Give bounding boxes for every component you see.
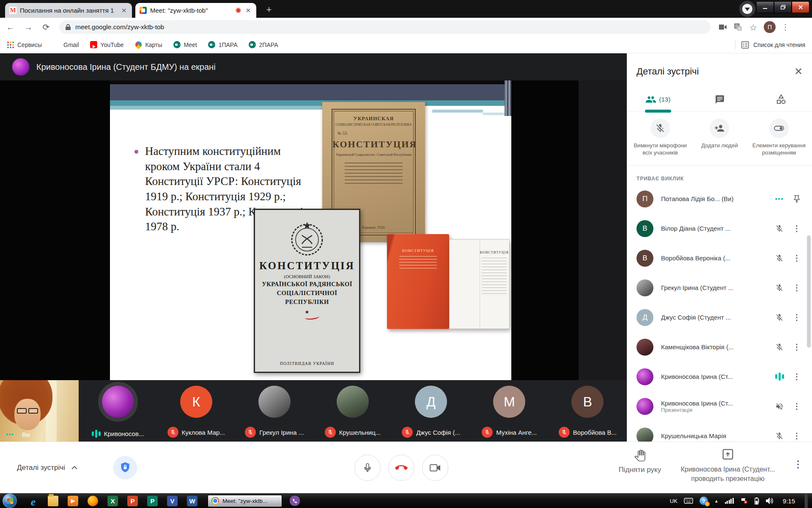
bookmark-item[interactable]: 1ПАРА [208, 41, 238, 48]
participant-row-action[interactable]: ⋮ [789, 375, 804, 378]
taskbar-app-icon[interactable] [127, 496, 138, 506]
camera-in-use-icon[interactable] [718, 22, 727, 32]
meeting-safety-button[interactable] [113, 456, 137, 480]
taskbar-app-icon[interactable] [187, 496, 198, 506]
participant-row-action[interactable]: ⋮ [789, 257, 804, 260]
taskbar-app-icon[interactable] [88, 496, 98, 506]
more-options-icon[interactable]: ⋮ [793, 257, 801, 260]
restore-button[interactable] [774, 1, 792, 13]
more-options-icon[interactable]: ⋮ [793, 227, 801, 230]
bookmark-star-icon[interactable]: ☆ [749, 22, 758, 32]
participant-tile[interactable]: Кривоносов... [79, 380, 157, 442]
details-toggle[interactable]: Деталі зустрічі [17, 442, 78, 494]
participant-row-action[interactable]: ⋮ [789, 434, 804, 438]
participant-row-action[interactable]: ⋮ [789, 316, 804, 319]
taskbar-app-icon[interactable] [107, 496, 118, 506]
show-desktop-button[interactable] [805, 494, 808, 508]
bookmark-item[interactable]: YouTube [90, 41, 124, 48]
taskbar-app-icon[interactable] [147, 496, 158, 506]
profile-avatar[interactable]: П [764, 21, 776, 33]
participant-row[interactable]: В Воробйова Вероніка (... [627, 243, 812, 273]
bookmark-item[interactable]: 2ПАРА [249, 41, 278, 48]
minimize-button[interactable] [756, 1, 774, 13]
tab-participants[interactable]: (13) [627, 87, 689, 111]
participant-tile[interactable]: Грекул Ірина ... [235, 380, 313, 442]
participant-tile[interactable]: Д Джус Софія (... [392, 380, 470, 442]
action-center-flag-icon[interactable] [740, 497, 748, 504]
more-options-icon[interactable]: ⋮ [793, 434, 801, 438]
reading-list[interactable]: Список для чтения [735, 36, 805, 53]
participant-row[interactable]: Д Джус Софія (Студент ... [627, 303, 812, 332]
close-button[interactable] [792, 1, 809, 13]
bookmark-item[interactable]: Карты [135, 41, 162, 48]
participant-row-action[interactable] [789, 195, 804, 203]
network-signal-icon[interactable] [725, 498, 734, 504]
viber-icon[interactable] [290, 496, 300, 506]
self-view-video[interactable]: ••• Ви [0, 380, 79, 442]
taskbar-app-icon[interactable] [68, 496, 78, 506]
back-button[interactable]: ← [3, 20, 18, 34]
screen-recorder-extension-button[interactable] [739, 1, 755, 17]
camera-toggle-button[interactable] [422, 455, 448, 481]
mic-toggle-button[interactable] [354, 455, 381, 481]
help-icon[interactable]: ? [700, 497, 708, 505]
participant-row-action[interactable]: ⋮ [789, 227, 804, 230]
volume-icon[interactable] [765, 497, 774, 504]
raise-hand-button[interactable]: Підняти руку [612, 450, 667, 474]
tab-close-icon[interactable]: ✕ [244, 7, 252, 14]
participant-tile[interactable]: Крушельниц... [313, 380, 392, 442]
panel-action-button[interactable]: Вимкнути мікрофони всіх учасників [631, 119, 690, 157]
panel-scrollbar[interactable] [807, 235, 811, 348]
more-options-icon[interactable]: ⋮ [793, 286, 801, 290]
language-indicator[interactable]: UK [670, 498, 678, 504]
taskbar-app-icon[interactable] [28, 496, 38, 506]
translate-icon[interactable]: G文 [733, 22, 743, 32]
bookmark-item[interactable]: Сервисы [7, 41, 42, 48]
participant-row-action[interactable]: ⋮ [789, 286, 804, 290]
presenting-status[interactable]: Кривоносова Ірина (Студент... проводить … [675, 448, 781, 483]
taskbar-app-icon[interactable] [48, 496, 58, 506]
clock[interactable]: 9:15 [783, 497, 795, 505]
battery-icon[interactable] [754, 497, 759, 505]
forward-button[interactable]: → [21, 20, 36, 34]
participant-row[interactable]: Кривоносова Ірина (Ст... Презентація ⋮ [627, 392, 812, 421]
more-options-icon[interactable]: ⋮ [793, 462, 803, 466]
tab-meet[interactable]: Meet: "zyw-xktb-tob" ✕ [135, 3, 256, 18]
panel-close-icon[interactable]: ✕ [794, 67, 803, 76]
participant-tile[interactable]: В Воробйова В... [549, 380, 627, 442]
participant-tile[interactable]: М Мухіна Анге... [470, 380, 549, 442]
participant-row[interactable]: Кривоносова Ірина (Ст... ⋮ [627, 362, 812, 392]
participant-row-action[interactable]: ⋮ [789, 405, 804, 408]
participant-row[interactable]: Крушельницька Марія ⋮ [627, 421, 812, 442]
bookmark-item[interactable]: Meet [173, 41, 197, 48]
more-options-icon[interactable]: ⋮ [793, 316, 801, 319]
tab-close-icon[interactable]: ✕ [120, 7, 128, 14]
tab-chat[interactable] [689, 87, 751, 111]
reload-button[interactable]: ⟳ [39, 20, 53, 34]
panel-action-button[interactable]: Елементи керування розміщенням [749, 119, 809, 157]
constitution-open-book: КОНСТИТУЦІЯ [449, 239, 510, 329]
hang-up-button[interactable] [388, 455, 414, 481]
pin-icon[interactable] [793, 195, 801, 203]
more-options-icon[interactable]: ⋮ [793, 405, 801, 408]
show-hidden-icons[interactable]: ▲ [714, 499, 719, 503]
taskbar-app-icon[interactable] [167, 496, 178, 506]
participant-row[interactable]: Каменщікова Вікторія (... ⋮ [627, 332, 812, 362]
participant-tile[interactable]: К Куклова Мар... [157, 380, 235, 442]
address-bar[interactable]: meet.google.com/zyw-xktb-tob [59, 20, 710, 34]
new-tab-button[interactable]: + [263, 4, 275, 16]
start-button[interactable] [3, 494, 17, 508]
tab-gmail[interactable]: M Посилання на онлайн заняття 1 ✕ [5, 3, 132, 18]
participant-row[interactable]: Грекул Ірина (Студент ... ⋮ [627, 273, 812, 303]
more-options-icon[interactable]: ⋮ [793, 345, 801, 349]
participant-row-action[interactable]: ⋮ [789, 345, 804, 349]
bookmark-item[interactable]: Gmail [53, 41, 79, 48]
tab-activities[interactable] [750, 87, 812, 111]
active-task-button[interactable]: Meet: "zyw-xktb... [208, 495, 282, 507]
browser-menu-icon[interactable]: ⋮ [782, 26, 789, 28]
keyboard-icon[interactable] [684, 498, 693, 504]
participant-row[interactable]: В Вілор Діана (Студент ... [627, 214, 812, 243]
more-options-icon[interactable]: ⋮ [793, 375, 801, 378]
participant-row[interactable]: П Потапова Лідія Бо... (Ви) ••• [627, 184, 812, 214]
panel-action-button[interactable]: Додати людей [690, 119, 749, 157]
